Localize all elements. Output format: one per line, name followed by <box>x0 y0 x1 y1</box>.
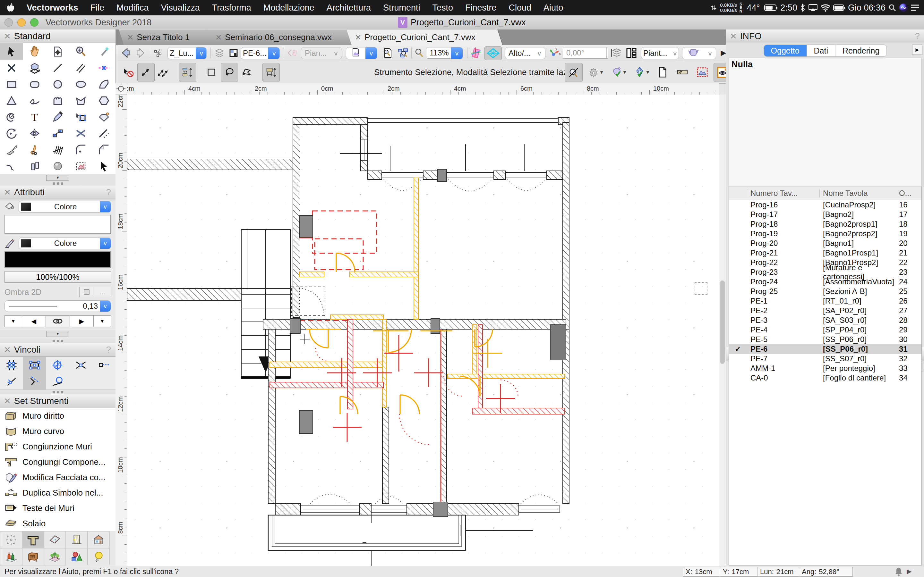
chamfer-icon[interactable] <box>92 141 115 158</box>
pen-style-dropdown[interactable]: Colorev <box>19 237 111 249</box>
attributes-palette-header[interactable]: ✕Attributi? <box>0 185 115 199</box>
clip-icon[interactable] <box>69 158 92 174</box>
table-row[interactable]: ✓PE-6[SS_P06_r0]31 <box>729 344 921 354</box>
render-mode-dropdown[interactable]: v <box>682 47 716 59</box>
layers-stack-icon[interactable] <box>212 47 226 59</box>
spiral-icon[interactable] <box>0 109 23 125</box>
back-button[interactable] <box>119 47 133 59</box>
move-points-icon[interactable] <box>46 125 69 141</box>
house-icon[interactable] <box>87 531 110 548</box>
menu-item-aiuto[interactable]: Aiuto <box>537 3 569 13</box>
table-row[interactable]: Prog-21[Bagno1Prosp1]21 <box>729 248 921 258</box>
curve-icon[interactable] <box>0 158 23 174</box>
zoom-slash-icon[interactable] <box>565 63 583 82</box>
eyedropper-sync-icon[interactable] <box>46 316 70 327</box>
battery-icon[interactable] <box>764 4 778 11</box>
round-rect-icon[interactable] <box>23 76 46 92</box>
sheet-layer-dropdown[interactable]: PE-6...v <box>241 47 280 59</box>
notification-list-icon[interactable] <box>911 4 919 11</box>
window-panes-icon[interactable] <box>624 47 638 59</box>
menu-item-modifica[interactable]: Modifica <box>110 3 155 13</box>
toolsets-palette-header[interactable]: ✕Set Strumenti <box>0 394 115 408</box>
arch-icon[interactable] <box>46 92 69 109</box>
shapes-3d-icon[interactable] <box>65 548 88 565</box>
gear-icon[interactable]: ▾ <box>585 63 606 81</box>
table-row[interactable]: Prog-25[Sezioni A-B]25 <box>729 287 921 296</box>
table-row[interactable]: PE-1[RT_01_r0]26 <box>729 296 921 306</box>
select-similar-icon[interactable] <box>69 109 92 125</box>
table-row[interactable]: Prog-19[Bagno2prosp2]19 <box>729 229 921 239</box>
fill-style-dropdown[interactable]: Colorev <box>19 201 111 213</box>
siri-icon[interactable] <box>899 3 908 12</box>
lasso-icon[interactable] <box>221 63 238 82</box>
close-icon[interactable]: ✕ <box>4 345 11 355</box>
table-row[interactable]: Prog-24[AssonometriaVuota]24 <box>729 277 921 287</box>
attr-menu-left-button[interactable]: ▼ <box>5 316 22 327</box>
snap-intersect-icon[interactable] <box>69 357 92 373</box>
cabinet-icon[interactable] <box>22 548 44 565</box>
saved-views-icon[interactable] <box>151 47 165 59</box>
toolset-item[interactable]: Solaio <box>0 516 115 531</box>
menu-item-strumenti[interactable]: Strumenti <box>377 3 426 13</box>
table-row[interactable]: Prog-18[Bagno2prosp1]18 <box>729 219 921 229</box>
menu-item-testo[interactable]: Testo <box>426 3 459 13</box>
diamond-check-icon[interactable]: ▾ <box>631 63 652 81</box>
circle-icon[interactable] <box>46 76 69 92</box>
dash-x-icon[interactable] <box>92 60 115 76</box>
standard-palette-header[interactable]: ✕Standard <box>0 29 115 43</box>
bulb-icon[interactable] <box>87 548 110 565</box>
temperature[interactable]: 44° <box>745 3 762 13</box>
menu-item-modellazione[interactable]: Modellazione <box>257 3 320 13</box>
fillet-icon[interactable] <box>69 141 92 158</box>
column-header[interactable]: O... <box>899 189 921 198</box>
cursor-disallow-icon[interactable] <box>120 63 137 81</box>
airplay-display-icon[interactable] <box>808 3 818 12</box>
drawing-canvas[interactable] <box>127 95 719 566</box>
menu-clock[interactable]: Gio 06:36 <box>848 3 885 13</box>
bell-icon[interactable] <box>895 567 903 576</box>
toolset-item[interactable]: Congiunzione Muri <box>0 439 115 454</box>
object-drag-icon[interactable] <box>179 63 196 82</box>
menu-item-architettura[interactable]: Architettura <box>320 3 377 13</box>
network-speed[interactable]: 0.0KB/s0.0KB/s <box>720 3 737 13</box>
menu-item-cloud[interactable]: Cloud <box>503 3 538 13</box>
layer-options-icon[interactable] <box>226 47 241 59</box>
snap-circle-icon[interactable] <box>46 357 69 373</box>
snap-object-icon[interactable] <box>23 357 46 373</box>
close-tab-icon[interactable]: ✕ <box>127 33 134 42</box>
status-expand-arrow[interactable]: ▶ <box>907 567 911 575</box>
selection-handle-widget[interactable] <box>695 282 708 295</box>
arrows-grid-icon[interactable] <box>0 531 23 548</box>
window-light-icon[interactable] <box>65 531 88 548</box>
clip-cube-icon[interactable] <box>286 47 300 59</box>
freehand-icon[interactable] <box>23 92 46 109</box>
angle-field[interactable]: Ang:52,88° <box>799 567 853 577</box>
snap-angle-icon[interactable] <box>23 373 46 390</box>
cursor-mode-icon[interactable] <box>137 63 155 82</box>
toolset-item[interactable]: Teste dei Muri <box>0 500 115 516</box>
wand-icon[interactable] <box>92 43 115 60</box>
fit-selection-icon[interactable] <box>396 47 410 59</box>
shadow-options-button[interactable]: ... <box>94 287 111 297</box>
attr-prev-button[interactable]: ◀ <box>22 316 46 327</box>
palette-divider[interactable] <box>0 181 115 185</box>
polygon-icon[interactable] <box>69 92 92 109</box>
line-weight-dropdown[interactable]: 0,13v <box>5 300 111 312</box>
menu-item-finestre[interactable]: Finestre <box>459 3 503 13</box>
page-blank-icon[interactable] <box>654 63 671 81</box>
spotlight-icon[interactable] <box>888 3 897 12</box>
working-plane-icon[interactable] <box>469 47 483 59</box>
hand-icon[interactable] <box>23 43 46 60</box>
table-row[interactable]: PE-7[SS_S07_r0]32 <box>729 354 921 364</box>
background-render-dropdown[interactable]: v <box>346 47 377 59</box>
zoom-plus-icon[interactable] <box>69 43 92 60</box>
cube-drop-icon[interactable] <box>23 60 46 76</box>
snap-distance-icon[interactable] <box>0 373 23 390</box>
hatch-icon[interactable] <box>46 141 69 158</box>
snap-edge-icon[interactable] <box>92 357 115 373</box>
table-row[interactable]: PE-4[SP_P04_r0]29 <box>729 325 921 335</box>
help-icon[interactable]: ? <box>106 187 111 197</box>
close-window-button[interactable] <box>5 18 13 27</box>
menu-item-visualizza[interactable]: Visualizza <box>155 3 206 13</box>
table-row[interactable]: PE-2[SA_P02_r0]27 <box>729 306 921 316</box>
